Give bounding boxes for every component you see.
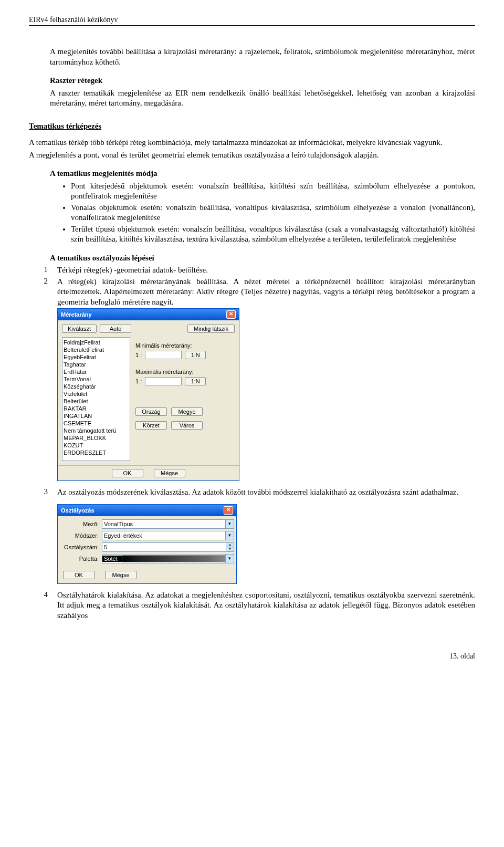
list-item[interactable]: MEPAR_BLOKK — [64, 434, 129, 442]
close-icon[interactable]: ✕ — [226, 310, 236, 319]
list-item[interactable]: Taghatar — [64, 361, 129, 368]
cancel-button[interactable]: Mégse — [105, 571, 136, 579]
paragraph-display-settings: A megjelenítés további beállítása a kira… — [50, 47, 475, 67]
spin-up-icon[interactable]: ▲ — [226, 543, 234, 548]
always-visible-button[interactable]: Mindig látszik — [187, 325, 235, 333]
list-item[interactable]: ErdHatar — [64, 368, 129, 375]
spin-down-icon[interactable]: ▼ — [226, 547, 234, 551]
min-scale-input[interactable] — [145, 351, 182, 359]
method-value: Egyedi értékek — [104, 532, 142, 539]
doc-header: EIRv4 felhasználói kézikönyv — [29, 16, 475, 26]
method-combo[interactable]: Egyedi értékek ▾ — [102, 531, 234, 540]
palette-combo[interactable]: Sötét ▾ — [102, 554, 234, 563]
layer-listbox[interactable]: FoldrajzFelirat BelteruletFelirat EgyebF… — [62, 337, 130, 461]
city-button[interactable]: Város — [171, 421, 203, 430]
classcount-value: 5 — [104, 544, 107, 550]
dialog-title-text: Osztályozás — [61, 507, 94, 514]
ok-button[interactable]: OK — [63, 571, 94, 579]
section-heading: Tematikus térképezés — [29, 121, 475, 132]
palette-label: Paletta: — [60, 556, 99, 562]
dialog-titlebar: Osztályozás ✕ — [58, 505, 236, 516]
list-item[interactable]: Községhatár — [64, 383, 129, 390]
page-number: 13. oldal — [29, 652, 475, 661]
classcount-spinner[interactable]: 5 ▲ ▼ — [102, 542, 234, 552]
list-item[interactable]: EgyebFelirat — [64, 353, 129, 361]
palette-gradient — [122, 555, 225, 562]
list-item[interactable]: Vízfelület — [64, 390, 129, 398]
class-steps-heading: A tematikus osztályozás lépései — [50, 253, 475, 264]
close-icon[interactable]: ✕ — [224, 506, 233, 515]
list-item[interactable]: KOZUT — [64, 442, 129, 449]
chevron-down-icon[interactable]: ▾ — [225, 520, 234, 528]
display-mode-heading: A tematikus megjelenítés módja — [50, 169, 475, 179]
classification-dialog: Osztályozás ✕ Mező: VonalTípus ▾ Módszer… — [57, 504, 237, 584]
thematic-intro-1: A tematikus térkép több térképi réteg ko… — [29, 138, 475, 148]
list-item[interactable]: BelteruletFelirat — [64, 346, 129, 353]
raster-heading: Raszter rétegek — [50, 76, 475, 86]
list-item[interactable]: RAKTAR — [64, 405, 129, 412]
ok-button[interactable]: OK — [112, 469, 143, 477]
bullet-line: Vonalas objektumok esetén: vonalszín beá… — [71, 203, 475, 223]
display-mode-bullets: Pont kiterjedésű objektumok esetén: vona… — [71, 181, 475, 245]
auto-button[interactable]: Auto — [100, 325, 131, 333]
max-scale-label: Maximális méretarány: — [135, 369, 235, 375]
step-3-text: Az osztályozás módszerének kiválasztása.… — [57, 487, 475, 498]
max-1n-button[interactable]: 1:N — [185, 377, 206, 385]
step-4-text: Osztályhatárok kialakítása. Az adatokat … — [57, 590, 475, 621]
select-button[interactable]: Kiválaszt — [62, 325, 97, 333]
list-item[interactable]: ERDORESZLET — [64, 449, 129, 456]
step-number: 2 — [29, 277, 57, 308]
scale-dialog: Méretarány ✕ Kiválaszt Auto Mindig látsz… — [57, 308, 239, 481]
step-2-text: A réteg(ek) kirajzolási méretarányának b… — [57, 277, 475, 308]
max-scale-input[interactable] — [145, 377, 182, 385]
list-item[interactable]: INGATLAN — [64, 412, 129, 420]
list-item[interactable]: CSEMETE — [64, 420, 129, 427]
step-number: 3 — [29, 487, 57, 498]
field-label: Mező: — [60, 521, 99, 527]
thematic-intro-2: A megjelenítés a pont, vonal és terület … — [29, 150, 475, 161]
bullet-point: Pont kiterjedésű objektumok esetén: vona… — [71, 181, 475, 202]
ratio-prefix: 1 : — [135, 352, 142, 358]
raster-body: A raszter tematikák megjelenítése az EIR… — [50, 88, 475, 109]
country-button[interactable]: Ország — [135, 407, 167, 416]
ratio-prefix: 1 : — [135, 378, 142, 384]
palette-value: Sötét — [102, 556, 122, 562]
list-item[interactable]: Belterület — [64, 398, 129, 405]
dialog-titlebar: Méretarány ✕ — [58, 309, 239, 320]
step-1-text: Térképi réteg(ek) -geometriai adatok- be… — [57, 265, 475, 276]
min-1n-button[interactable]: 1:N — [185, 351, 206, 359]
chevron-down-icon[interactable]: ▾ — [225, 555, 234, 563]
classcount-label: Osztályszám: — [60, 544, 99, 550]
list-item[interactable]: TermVonal — [64, 375, 129, 383]
cancel-button[interactable]: Mégse — [154, 469, 185, 477]
district-button[interactable]: Körzet — [135, 421, 167, 430]
county-button[interactable]: Megye — [171, 407, 203, 416]
list-item[interactable]: Nem támogatott terü — [64, 427, 129, 434]
field-combo[interactable]: VonalTípus ▾ — [102, 519, 234, 529]
chevron-down-icon[interactable]: ▾ — [225, 531, 234, 540]
field-value: VonalTípus — [104, 521, 133, 527]
list-item[interactable]: FoldrajzFelirat — [64, 339, 129, 346]
bullet-area: Terület típusú objektumok esetén: vonals… — [71, 224, 475, 245]
step-number: 4 — [29, 590, 57, 621]
min-scale-label: Minimális méretarány: — [135, 342, 235, 349]
method-label: Módszer: — [60, 532, 99, 539]
step-number: 1 — [29, 265, 57, 276]
dialog-title-text: Méretarány — [61, 311, 92, 318]
